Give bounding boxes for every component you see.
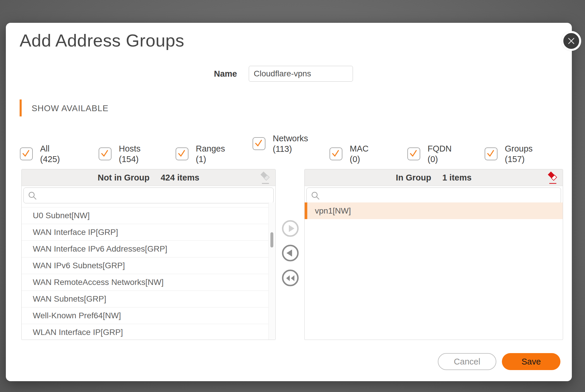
move-left-button[interactable] [281, 244, 299, 262]
panel-count: 1 items [442, 173, 471, 183]
panel-title: In Group [396, 173, 431, 183]
list-item[interactable]: WAN Subnets[GRP] [22, 291, 269, 307]
move-all-left-button[interactable] [281, 269, 299, 287]
filter-label: Ranges (1) [196, 143, 225, 164]
cancel-button[interactable]: Cancel [438, 353, 496, 370]
not-in-group-panel: Not in Group 424 items [21, 169, 276, 340]
dialog-title: Add Address Groups [20, 31, 184, 50]
list-item[interactable]: WAN Interface IP[GRP] [22, 224, 269, 241]
checkbox-checked-icon [330, 147, 342, 160]
filter-label: FQDN (0) [428, 143, 452, 164]
search-icon [311, 191, 320, 200]
checkbox-checked-icon [485, 147, 497, 160]
clear-in-group-button[interactable] [546, 171, 559, 185]
double-arrow-left-icon [281, 269, 299, 287]
in-group-list: vpn1[NW] [305, 202, 563, 340]
list-item[interactable]: U0 Subnet[NW] [22, 207, 269, 224]
list-item[interactable]: WAN Interface IPv6 Addresses[GRP] [22, 241, 269, 257]
add-address-groups-dialog: Add Address Groups Name SHOW AVAILABLE [6, 23, 572, 381]
checkbox-checked-icon [99, 147, 111, 160]
not-in-group-list: U0 Subnet[NW]WAN Interface IP[GRP]WAN In… [22, 202, 269, 340]
filter-label: MAC (0) [350, 143, 368, 164]
list-scrollbar[interactable] [268, 202, 275, 340]
filter-checkbox[interactable]: Networks (113) [253, 133, 308, 154]
filter-label: All (425) [40, 143, 60, 164]
save-button[interactable]: Save [502, 353, 560, 370]
not-in-group-searchbox [23, 188, 274, 203]
checkbox-checked-icon [407, 147, 420, 160]
filter-label: Hosts (154) [119, 143, 140, 164]
filter-checkbox[interactable]: Groups (157) [485, 143, 533, 164]
list-item-selected[interactable]: vpn1[NW] [305, 202, 563, 219]
in-group-searchbox [306, 188, 561, 203]
list-item[interactable]: WLAN Interface IP[GRP] [22, 324, 269, 340]
arrow-left-icon [281, 244, 299, 262]
scrollbar-thumb[interactable] [270, 232, 273, 247]
filter-checkbox[interactable]: Ranges (1) [176, 143, 225, 164]
filter-checkbox[interactable]: MAC (0) [330, 143, 368, 164]
in-group-panel: In Group 1 items [304, 169, 563, 340]
checkbox-checked-icon [176, 147, 188, 160]
filter-label: Groups (157) [505, 143, 533, 164]
move-right-button[interactable] [281, 219, 299, 238]
in-group-header: In Group 1 items [305, 169, 563, 186]
name-label: Name [187, 69, 237, 79]
not-in-group-header: Not in Group 424 items [22, 169, 275, 186]
name-field-row: Name [187, 66, 353, 82]
eraser-icon [260, 171, 271, 185]
name-input[interactable] [249, 66, 353, 82]
list-item[interactable]: Well-Known Pref64[NW] [22, 307, 269, 324]
search-icon [28, 191, 37, 200]
filter-checkbox[interactable]: All (425) [20, 143, 60, 164]
checkbox-checked-icon [20, 147, 33, 160]
filter-checkbox[interactable]: Hosts (154) [99, 143, 140, 164]
in-group-search-input[interactable] [322, 188, 557, 202]
close-icon [567, 37, 576, 45]
list-item[interactable]: WAN RemoteAccess Networks[NW] [22, 274, 269, 291]
not-in-group-search-input[interactable] [39, 188, 269, 202]
checkbox-checked-icon [253, 137, 265, 150]
partial-scrolled-row [22, 202, 269, 207]
arrow-right-icon [281, 219, 299, 238]
clear-selection-button-disabled[interactable] [259, 171, 272, 185]
panel-count: 424 items [161, 173, 199, 183]
section-title: SHOW AVAILABLE [32, 104, 109, 113]
section-accent-bar [20, 99, 22, 116]
list-item[interactable]: WAN IPv6 Subnets[GRP] [22, 257, 269, 274]
close-button[interactable] [561, 31, 581, 51]
filter-label: Networks (113) [273, 133, 308, 154]
eraser-red-icon [547, 171, 559, 185]
panel-title: Not in Group [98, 173, 150, 183]
filter-checkbox[interactable]: FQDN (0) [407, 143, 452, 164]
screen-overlay: Add Address Groups Name SHOW AVAILABLE [0, 0, 585, 392]
